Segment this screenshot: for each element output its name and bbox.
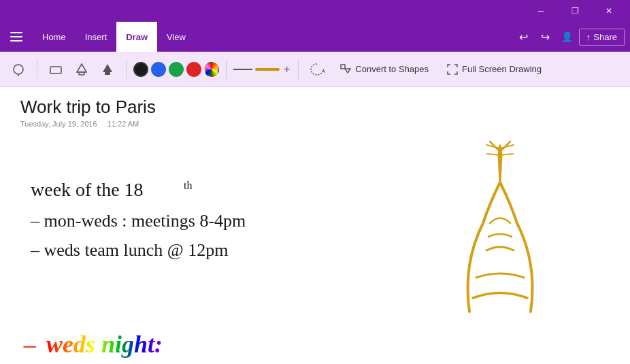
tab-view[interactable]: View: [157, 22, 195, 52]
color-rainbow[interactable]: [204, 62, 219, 77]
title-bar: ─ ❐ ✕: [0, 0, 630, 22]
undo-button[interactable]: ↩: [514, 27, 534, 47]
lasso-icon: [12, 63, 25, 76]
svg-rect-4: [79, 72, 84, 75]
handwritten-line-4: weds night:: [46, 331, 163, 358]
convert-to-shapes-button[interactable]: Convert to Shapes: [333, 60, 435, 79]
svg-rect-2: [50, 67, 61, 73]
tool-group-pens: [44, 58, 119, 81]
fullscreen-icon: [446, 63, 459, 76]
tab-draw[interactable]: Draw: [116, 22, 157, 52]
handwritten-line-2: – mon-weds : meetings 8-4pm: [30, 211, 246, 231]
note-content[interactable]: Work trip to Paris Tuesday, July 19, 201…: [0, 87, 630, 364]
hamburger-menu-button[interactable]: [5, 26, 27, 48]
draw-toolbar: + Convert to Shapes Full Screen Drawing: [0, 52, 630, 87]
redo-button[interactable]: ↪: [535, 27, 556, 47]
svg-text:th: th: [184, 180, 192, 191]
eiffel-tower-drawing: [468, 142, 533, 312]
thickness-thin[interactable]: [233, 69, 252, 70]
color-group: [133, 62, 219, 77]
ribbon: Home Insert Draw View ↩ ↪ 👤 ↑ Share: [0, 22, 630, 52]
ribbon-tabs: Home Insert Draw View: [33, 22, 195, 52]
lasso-select-button[interactable]: [7, 58, 30, 81]
handwritten-line-1: week of the 18: [31, 179, 144, 200]
svg-rect-8: [341, 65, 345, 69]
share-icon: ↑: [586, 32, 591, 42]
color-blue[interactable]: [151, 62, 166, 77]
share-button[interactable]: ↑ Share: [579, 29, 625, 46]
user-icon[interactable]: 👤: [557, 27, 578, 47]
handwritten-line-3: – weds team lunch @ 12pm: [30, 240, 228, 260]
eraser-icon: [49, 63, 63, 76]
pen-outline-icon: [75, 63, 88, 76]
color-red[interactable]: [186, 62, 201, 77]
eraser-button[interactable]: [44, 58, 67, 81]
restore-button[interactable]: ❐: [559, 0, 591, 22]
svg-marker-3: [77, 64, 86, 72]
pen-tool-filled-button[interactable]: [96, 58, 119, 81]
close-button[interactable]: ✕: [593, 0, 625, 22]
svg-point-0: [14, 65, 23, 74]
handwriting-canvas[interactable]: week of the 18 th – mon-weds : meetings …: [0, 87, 630, 364]
color-green[interactable]: [169, 62, 184, 77]
handwritten-dash: –: [23, 331, 36, 358]
thickness-plus-button[interactable]: +: [282, 63, 291, 76]
separator-3: [226, 60, 227, 79]
thickness-group: +: [233, 63, 291, 76]
convert-to-shapes-label: Convert to Shapes: [355, 64, 429, 74]
tab-insert[interactable]: Insert: [76, 22, 117, 52]
thickness-thick[interactable]: [255, 68, 280, 71]
svg-line-7: [323, 69, 325, 73]
separator-4: [298, 60, 299, 79]
svg-rect-6: [105, 72, 110, 75]
svg-marker-5: [103, 64, 112, 72]
share-label: Share: [593, 32, 617, 42]
tool-group-select: [7, 58, 30, 81]
separator-1: [37, 60, 37, 79]
pen-tool-outline-button[interactable]: [70, 58, 93, 81]
convert-shapes-icon: [339, 63, 352, 76]
pen-filled-icon: [101, 63, 114, 76]
undo-redo-group: ↩ ↪ 👤 ↑ Share: [514, 27, 625, 47]
fullscreen-drawing-button[interactable]: Full Screen Drawing: [440, 60, 548, 79]
lasso-select-icon: [310, 62, 325, 77]
color-black[interactable]: [133, 62, 148, 77]
tab-home[interactable]: Home: [33, 22, 76, 52]
lasso-tool-button[interactable]: [305, 58, 329, 81]
fullscreen-drawing-label: Full Screen Drawing: [462, 64, 542, 74]
separator-2: [126, 60, 127, 79]
window-controls: ─ ❐ ✕: [525, 0, 625, 22]
minimize-button[interactable]: ─: [525, 0, 557, 22]
